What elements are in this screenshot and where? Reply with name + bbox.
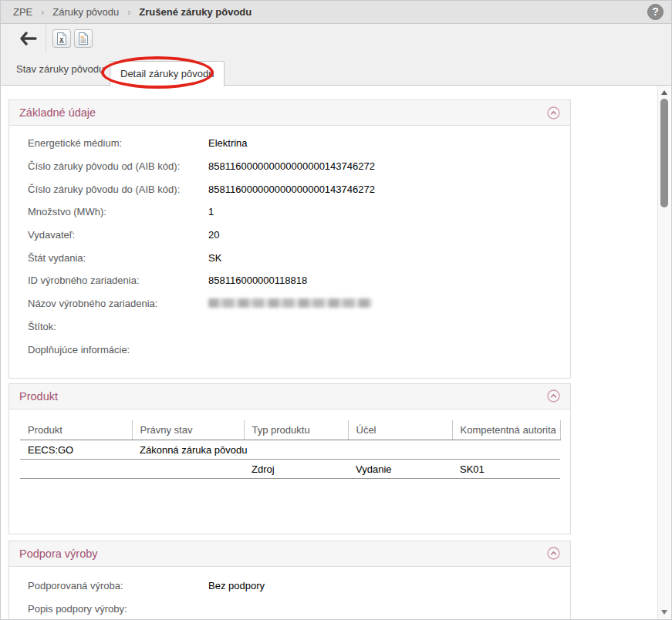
toolbar-divider — [46, 24, 46, 53]
field-label: Číslo záruky pôvodu do (AIB kód): — [28, 184, 208, 195]
table-cell: SK01 — [452, 460, 560, 479]
svg-text:x: x — [59, 35, 63, 43]
field-label: Vydavateľ: — [28, 229, 208, 241]
field-value: 858116000000000000000143746272 — [208, 184, 375, 195]
breadcrumb-item-zpe[interactable]: ZPE — [13, 6, 32, 18]
table-column-header: Právny stav — [132, 420, 244, 440]
field-label: Energetické médium: — [28, 137, 208, 149]
chevron-up-circle-icon[interactable] — [547, 106, 560, 120]
field-value: 20 — [208, 229, 219, 241]
panel-title: Základné údaje — [19, 106, 96, 119]
table-cell — [132, 460, 244, 479]
field-label: Podporovaná výroba: — [28, 580, 208, 591]
table-cell — [20, 460, 132, 479]
field-row: Štítok: — [9, 315, 570, 339]
table-cell: Zákonná záruka pôvodu — [132, 440, 244, 460]
panel-body: Podporovaná výroba: Bez podpory Popis po… — [9, 567, 570, 620]
field-row: Vydavateľ: 20 — [9, 224, 570, 247]
triangle-down-icon[interactable] — [661, 610, 667, 615]
table-cell — [348, 440, 452, 460]
panel-zakladne-udaje: Základné údaje Energetické médium: Elekt… — [8, 99, 571, 379]
chevron-right-icon: › — [41, 7, 44, 18]
chevron-right-icon: › — [127, 7, 130, 18]
field-row: ID výrobného zariadenia: 858116000000118… — [9, 269, 570, 292]
panel-title: Podpora výroby — [19, 548, 98, 560]
field-label: Doplňujúce informácie: — [28, 344, 208, 355]
table-cell: Vydanie — [348, 460, 452, 479]
toolbar: x — [1, 24, 671, 53]
field-value: 858116000000000000000143746272 — [208, 160, 375, 172]
field-label: Názov výrobného zariadenia: — [28, 298, 208, 309]
field-row: Energetické médium: Elektrina — [9, 132, 570, 155]
table-cell: Zdroj — [244, 460, 348, 479]
chevron-up-circle-icon[interactable] — [547, 547, 560, 560]
panel-podpora-vyroby: Podpora výroby Podporovaná výroba: Bez p… — [8, 541, 571, 620]
back-button[interactable] — [18, 29, 39, 48]
table-cell: EECS:GO — [20, 440, 132, 460]
field-row: Množstvo (MWh): 1 — [9, 200, 570, 224]
table-row: EECS:GOZákonná záruka pôvodu — [20, 440, 560, 460]
field-label: Číslo záruky pôvodu od (AIB kód): — [28, 160, 208, 172]
field-label: Množstvo (MWh): — [28, 206, 208, 217]
product-table: ProduktPrávny stavTyp produktuÚčelKompet… — [20, 420, 561, 480]
tab-detail-zaruky-povodu[interactable]: Detail záruky pôvodu — [110, 61, 225, 86]
export-excel-button[interactable]: x — [52, 29, 71, 48]
breadcrumb: ZPE › Záruky pôvodu › Zrušené záruky pôv… — [1, 1, 671, 24]
field-value: 858116000000118818 — [208, 275, 307, 286]
panel-body: Energetické médium: Elektrina Číslo záru… — [9, 126, 570, 378]
triangle-up-icon[interactable] — [661, 90, 667, 95]
field-label: Štát vydania: — [28, 252, 208, 264]
field-label: Popis podpory výroby: — [28, 603, 208, 615]
arrow-left-icon — [19, 32, 38, 45]
chevron-up-circle-icon[interactable] — [547, 389, 560, 403]
breadcrumb-item-zaruky-povodu[interactable]: Záruky pôvodu — [52, 6, 119, 18]
panel-body: ProduktPrávny stavTyp produktuÚčelKompet… — [9, 409, 570, 534]
field-label: Štítok: — [28, 321, 208, 332]
field-row: Štát vydania: SK — [9, 246, 570, 269]
field-value: Elektrina — [208, 137, 248, 149]
excel-file-icon: x — [56, 32, 67, 45]
field-row: Názov výrobného zariadenia: — [9, 292, 570, 315]
panel-title: Produkt — [19, 390, 58, 403]
table-column-header: Účel — [348, 420, 452, 440]
tab-bar: Stav záruky pôvodu Detail záruky pôvodu — [1, 53, 671, 86]
vertical-scrollbar[interactable] — [657, 86, 670, 620]
field-value: Bez podpory — [208, 580, 265, 591]
table-cell — [244, 440, 348, 460]
table-row: ZdrojVydanieSK01 — [20, 460, 560, 479]
field-row: Podporovaná výroba: Bez podpory — [9, 575, 570, 598]
table-cell — [452, 440, 560, 460]
field-value — [208, 298, 372, 310]
table-column-header: Typ produktu — [244, 420, 348, 440]
scrollbar-thumb[interactable] — [660, 99, 668, 207]
redacted-value — [208, 298, 372, 308]
table-column-header: Kompetentná autorita — [452, 420, 560, 440]
export-document-button[interactable] — [74, 29, 93, 48]
table-header-row: ProduktPrávny stavTyp produktuÚčelKompet… — [20, 420, 560, 440]
panel-header-podpora-vyroby[interactable]: Podpora výroby — [9, 541, 570, 567]
app-window: ZPE › Záruky pôvodu › Zrušené záruky pôv… — [0, 0, 672, 620]
field-value: 1 — [208, 206, 214, 217]
table-column-header: Produkt — [20, 420, 132, 440]
field-row: Doplňujúce informácie: — [9, 338, 570, 361]
tab-stav-zaruky-povodu[interactable]: Stav záruky pôvodu — [12, 53, 109, 86]
field-row: Popis podpory výroby: — [9, 598, 570, 620]
document-file-icon — [78, 32, 89, 45]
panel-header-produkt[interactable]: Produkt — [9, 384, 570, 409]
help-icon[interactable]: ? — [647, 4, 664, 20]
field-label: ID výrobného zariadenia: — [28, 275, 208, 286]
panel-header-zakladne-udaje[interactable]: Základné údaje — [9, 100, 570, 126]
field-value: SK — [208, 252, 221, 264]
panel-produkt: Produkt ProduktPrávny stavTyp produktuÚč… — [8, 383, 571, 534]
field-row: Číslo záruky pôvodu do (AIB kód): 858116… — [9, 177, 570, 200]
field-row: Číslo záruky pôvodu od (AIB kód): 858116… — [9, 155, 570, 178]
breadcrumb-item-current: Zrušené záruky pôvodu — [139, 6, 252, 18]
content-area: Základné údaje Energetické médium: Elekt… — [1, 86, 671, 620]
